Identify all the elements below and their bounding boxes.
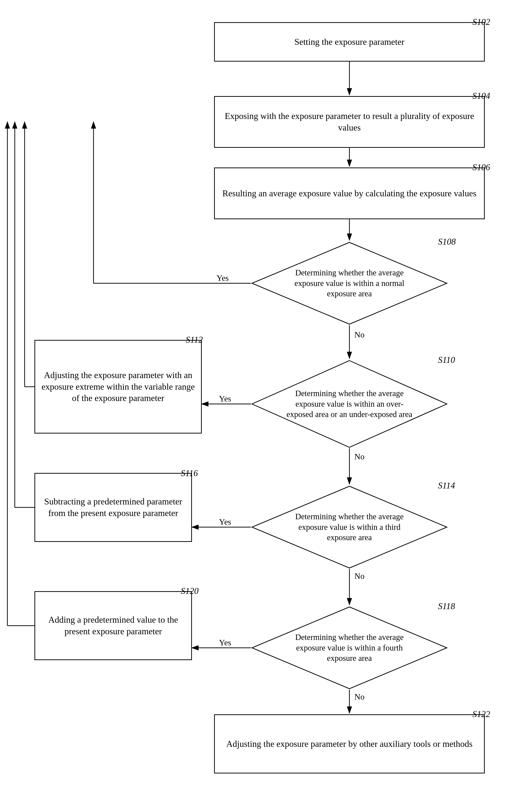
s122-label: S122: [472, 709, 490, 719]
s110-label: S110: [438, 355, 455, 365]
s114-diamond: Determining whether the average exposure…: [251, 485, 448, 569]
s116-label: S116: [181, 468, 198, 478]
s108-diamond: Determining whether the average exposure…: [251, 241, 448, 325]
no-s118: No: [354, 692, 365, 701]
s108-label: S108: [438, 236, 456, 247]
no-s108: No: [354, 330, 365, 340]
s122-box: Adjusting the exposure parameter by othe…: [214, 714, 485, 773]
s120-box: Adding a predetermined value to the pres…: [35, 591, 192, 660]
no-s114: No: [354, 571, 365, 581]
s106-box: Resulting an average exposure value by c…: [214, 167, 485, 219]
s120-text: Adding a predetermined value to the pres…: [40, 614, 187, 637]
yes-s114: Yes: [219, 517, 231, 527]
s102-text: Setting the exposure parameter: [294, 36, 404, 48]
s112-text: Adjusting the exposure parameter with an…: [40, 369, 196, 404]
s114-text: Determining whether the average exposure…: [283, 511, 416, 543]
s116-text: Subtracting a predetermined parameter fr…: [40, 496, 187, 519]
yes-s108: Yes: [216, 273, 229, 283]
s108-text: Determining whether the average exposure…: [281, 268, 418, 299]
s106-text: Resulting an average exposure value by c…: [223, 188, 477, 199]
s112-box: Adjusting the exposure parameter with an…: [35, 340, 202, 434]
s104-text: Exposing with the exposure parameter to …: [219, 110, 480, 133]
yes-s118: Yes: [219, 638, 231, 647]
s116-box: Subtracting a predetermined parameter fr…: [35, 473, 192, 542]
s118-text: Determining whether the average exposure…: [283, 632, 416, 664]
s112-label: S112: [186, 334, 203, 345]
s102-label: S102: [472, 17, 490, 27]
s104-box: Exposing with the exposure parameter to …: [214, 96, 485, 148]
flowchart: Setting the exposure parameter S102 Expo…: [0, 0, 532, 803]
s102-box: Setting the exposure parameter: [214, 22, 485, 61]
s110-text: Determining whether the average exposure…: [285, 388, 413, 420]
s106-label: S106: [472, 162, 490, 172]
yes-s110: Yes: [219, 394, 231, 403]
s118-diamond: Determining whether the average exposure…: [251, 606, 448, 690]
s104-label: S104: [472, 91, 490, 101]
no-s110: No: [354, 452, 365, 461]
s110-diamond: Determining whether the average exposure…: [251, 360, 448, 448]
s118-label: S118: [438, 601, 455, 612]
s122-text: Adjusting the exposure parameter by othe…: [226, 738, 473, 750]
s120-label: S120: [181, 586, 198, 596]
s114-label: S114: [438, 480, 455, 491]
